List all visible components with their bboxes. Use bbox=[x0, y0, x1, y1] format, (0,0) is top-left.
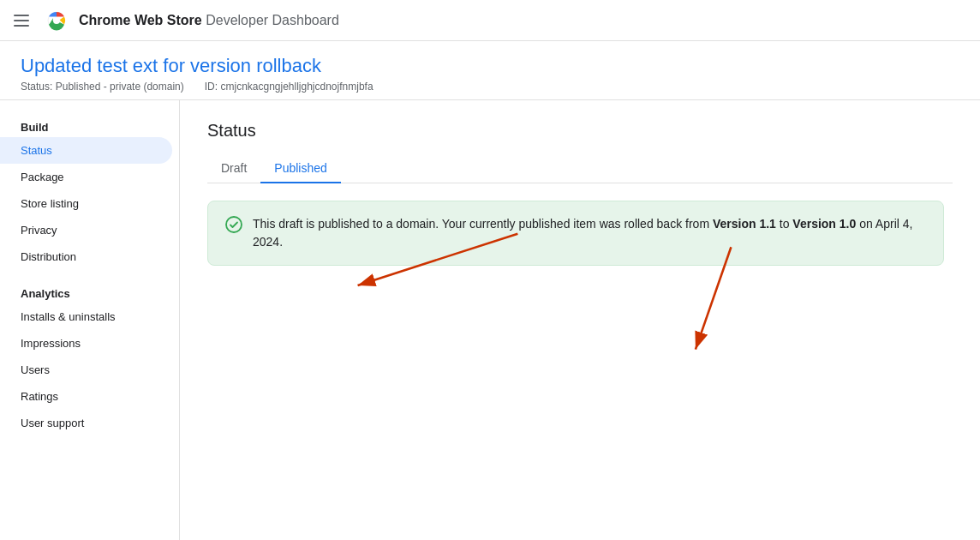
sidebar-item-package[interactable]: Package bbox=[0, 164, 172, 190]
build-section-label: Build bbox=[0, 114, 179, 137]
page-header: Updated test ext for version rollback St… bbox=[0, 41, 980, 100]
topbar: Chrome Web Store Developer Dashboard bbox=[0, 0, 980, 41]
status-message-box: This draft is published to a domain. You… bbox=[207, 201, 944, 266]
tab-bar: Draft Published bbox=[207, 154, 953, 183]
svg-point-4 bbox=[226, 217, 242, 232]
tab-published[interactable]: Published bbox=[260, 154, 341, 183]
page-subtitle: Status: Published - private (domain) ID:… bbox=[21, 81, 959, 93]
chrome-logo-icon bbox=[45, 9, 69, 33]
topbar-title: Chrome Web Store Developer Dashboard bbox=[79, 13, 339, 28]
sidebar-item-distribution[interactable]: Distribution bbox=[0, 243, 172, 270]
layout: Build Status Package Store listing Priva… bbox=[0, 100, 980, 540]
check-circle-icon bbox=[225, 216, 242, 233]
sidebar-item-ratings[interactable]: Ratings bbox=[0, 383, 172, 410]
sidebar: Build Status Package Store listing Priva… bbox=[0, 100, 180, 540]
version-to: Version 1.0 bbox=[792, 217, 856, 231]
sidebar-item-status[interactable]: Status bbox=[0, 137, 172, 164]
section-title: Status bbox=[207, 121, 953, 141]
sidebar-item-privacy[interactable]: Privacy bbox=[0, 217, 172, 243]
id-text: ID: cmjcnkacgngjehlljghjcdnojfnmjbfa bbox=[205, 81, 373, 93]
annotation-arrows bbox=[180, 135, 980, 540]
analytics-section-label: Analytics bbox=[0, 280, 179, 303]
svg-point-3 bbox=[53, 17, 60, 24]
sidebar-item-installs[interactable]: Installs & uninstalls bbox=[0, 303, 172, 330]
sidebar-item-impressions[interactable]: Impressions bbox=[0, 330, 172, 357]
status-text: Status: Published - private (domain) bbox=[21, 81, 184, 93]
sidebar-item-user-support[interactable]: User support bbox=[0, 410, 172, 436]
sidebar-item-store-listing[interactable]: Store listing bbox=[0, 190, 172, 217]
status-message-text: This draft is published to a domain. You… bbox=[253, 215, 926, 251]
main-content: Status Draft Published This draft is pub… bbox=[180, 100, 980, 540]
version-from: Version 1.1 bbox=[713, 217, 776, 231]
menu-icon[interactable] bbox=[14, 10, 34, 31]
page-title: Updated test ext for version rollback bbox=[21, 55, 959, 77]
sidebar-item-users[interactable]: Users bbox=[0, 357, 172, 383]
tab-draft[interactable]: Draft bbox=[207, 154, 260, 183]
